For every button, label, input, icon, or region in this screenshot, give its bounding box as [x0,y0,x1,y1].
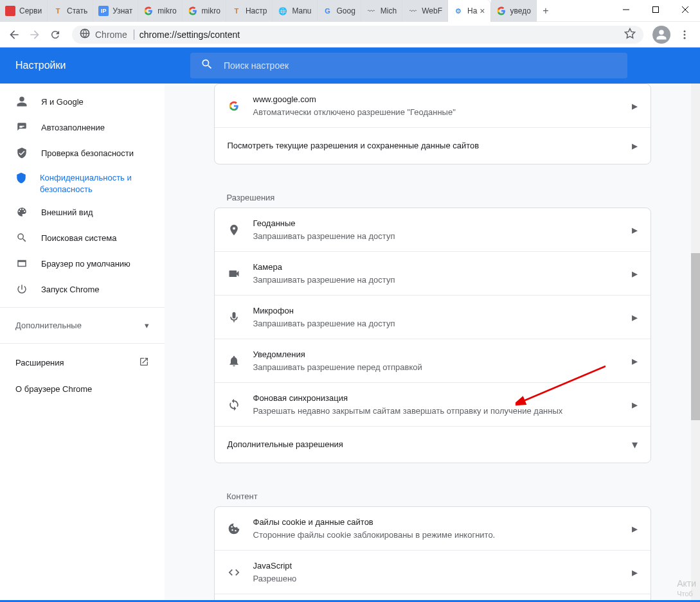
minimize-button[interactable] [611,0,641,19]
sidebar-item-you-and-google[interactable]: Я и Google [0,89,165,114]
tab-6[interactable]: 🌐Manu [273,0,317,22]
recent-site-row[interactable]: www.google.comАвтоматически отключено ра… [215,84,651,128]
sidebar-extensions[interactable]: Расширения [0,349,165,376]
google-favicon [228,101,240,111]
tab-10[interactable]: ⚙На× [448,0,491,22]
sidebar-about-chrome[interactable]: О браузере Chrome [0,376,165,402]
tab-11[interactable]: уведо [491,0,537,22]
browser-icon [15,258,28,269]
star-icon[interactable] [624,28,636,41]
reload-button[interactable] [46,26,64,44]
favicon-icon: Т [231,6,242,16]
chevron-right-icon: ▸ [632,398,638,412]
new-tab-button[interactable]: + [537,0,555,22]
tab-label: Goog [337,6,355,15]
sidebar-label: Автозаполнение [41,123,105,132]
location-icon [228,224,240,236]
chevron-right-icon: ▸ [632,354,638,368]
permission-notifications[interactable]: УведомленияЗапрашивать разрешение перед … [215,339,651,383]
sidebar-label: Браузер по умолчанию [41,259,130,269]
sidebar-item-on-startup[interactable]: Запуск Chrome [0,276,165,302]
sidebar-item-safety-check[interactable]: Проверка безопасности [0,140,165,166]
sidebar-label: Поисковая система [41,233,117,243]
close-tab-icon[interactable]: × [480,6,485,16]
perm-sub: Запрашивать разрешение перед отправкой [253,361,619,374]
tab-label: Стать [67,6,87,15]
perm-sub: Запрашивать разрешение на доступ [253,274,619,287]
translate-icon: G [323,6,333,16]
window-titlebar: Серви ТСтать IPУзнат mikro mikro ТНастр … [0,0,700,22]
row-label: Дополнительные разрешения [228,438,619,451]
tab-3[interactable]: mikro [138,0,182,22]
profile-button[interactable] [651,24,672,45]
shield-check-icon [15,147,28,159]
content-title: JavaScript [253,560,619,572]
sidebar-item-privacy-security[interactable]: Конфиденциальность и безопасность [0,166,165,199]
google-icon [188,6,198,16]
advanced-label: Дополнительные [15,321,82,330]
settings-content: www.google.comАвтоматически отключено ра… [165,84,700,602]
permission-camera[interactable]: КамераЗапрашивать разрешение на доступ▸ [215,252,651,296]
search-input[interactable] [224,60,617,71]
permission-location[interactable]: ГеоданныеЗапрашивать разрешение на досту… [215,208,651,252]
svg-point-8 [684,37,686,39]
scrollbar-thumb[interactable] [691,253,700,420]
external-link-icon [139,357,149,369]
tab-label: Настр [246,6,267,15]
permission-background-sync[interactable]: Фоновая синхронизацияРазрешать недавно з… [215,383,651,427]
svg-point-6 [684,30,686,32]
sidebar-item-appearance[interactable]: Внешний вид [0,199,165,225]
bell-icon [228,355,240,367]
address-bar[interactable]: Chrome chrome://settings/content [72,26,643,44]
site-info-icon[interactable] [80,28,90,40]
sidebar-label: Конфиденциальность и безопасность [40,172,149,195]
tab-8[interactable]: 〰Mich [361,0,402,22]
activation-watermark: Акти Чтоб [677,578,696,598]
maximize-button[interactable] [641,0,670,19]
content-sub: Сторонние файлы cookie заблокированы в р… [253,529,619,542]
perm-title: Геоданные [253,217,619,230]
site-detail: Автоматически отключено разрешение "Геод… [253,106,619,119]
menu-button[interactable] [674,24,695,45]
tab-1[interactable]: ТСтать [48,0,93,22]
tab-label: уведо [510,6,531,15]
sidebar-item-search-engine[interactable]: Поисковая система [0,225,165,251]
chevron-right-icon: ▸ [632,139,638,153]
perm-sub: Запрашивать разрешение на доступ [253,230,619,243]
tab-5[interactable]: ТНастр [226,0,273,22]
window-controls [611,0,700,19]
additional-permissions-row[interactable]: Дополнительные разрешения▾ [215,427,651,463]
content-cookies[interactable]: Файлы cookie и данные сайтовСторонние фа… [215,507,651,551]
tab-2[interactable]: IPУзнат [93,0,138,22]
sidebar-label: Запуск Chrome [41,285,100,294]
permission-microphone[interactable]: МикрофонЗапрашивать разрешение на доступ… [215,296,651,339]
view-permissions-row[interactable]: Посмотреть текущие разрешения и сохранен… [215,128,651,164]
perm-sub: Разрешать недавно закрытым сайтам заверш… [253,405,619,418]
tab-7[interactable]: GGoog [318,0,361,22]
google-icon [496,6,507,16]
settings-sidebar: Я и Google Автозаполнение Проверка безоп… [0,84,165,602]
sidebar-item-default-browser[interactable]: Браузер по умолчанию [0,251,165,276]
tab-9[interactable]: 〰WebF [402,0,448,22]
tab-0[interactable]: Серви [0,0,48,22]
power-icon [15,283,28,295]
back-button[interactable] [5,26,23,44]
sidebar-item-autofill[interactable]: Автозаполнение [0,114,165,140]
main-layout: Я и Google Автозаполнение Проверка безоп… [0,84,700,602]
sidebar-advanced[interactable]: Дополнительные▾ [0,313,165,338]
divider [0,307,165,308]
content-card: Файлы cookie и данные сайтовСторонние фа… [214,506,651,602]
tab-4[interactable]: mikro [183,0,226,22]
content-javascript[interactable]: JavaScriptРазрешено▸ [215,551,651,594]
camera-icon [228,267,240,280]
url-prefix: Chrome [95,30,134,40]
globe-icon: 🌐 [278,6,288,16]
shield-icon [15,172,27,184]
about-label: О браузере Chrome [15,384,92,394]
forward-button[interactable] [26,26,44,44]
tab-label: mikro [202,6,220,15]
close-button[interactable] [670,0,700,19]
settings-search[interactable] [190,53,627,78]
code-icon [228,566,240,579]
tab-label: На [467,6,477,15]
